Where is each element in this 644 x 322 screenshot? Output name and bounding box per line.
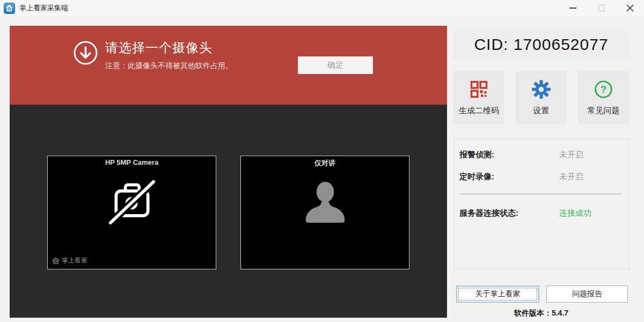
camera-stage: HP 5MP Camera 掌上看家 仅对讲 xyxy=(10,105,447,318)
down-arrow-icon xyxy=(73,40,98,65)
watermark: 掌上看家 xyxy=(52,256,87,265)
banner-text: 请选择一个摄像头 注意：此摄像头不得被其他软件占用。 xyxy=(105,39,233,71)
status-panel: 报警侦测: 未开启 定时录像: 未开启 服务器连接状态: 连接成功 xyxy=(453,138,629,269)
camera-name: 仅对讲 xyxy=(241,158,409,168)
svg-text:?: ? xyxy=(601,84,606,95)
camera-off-icon xyxy=(48,178,216,225)
action-label: 设置 xyxy=(533,106,550,116)
close-button[interactable] xyxy=(616,0,644,16)
status-row-alarm: 报警侦测: 未开启 xyxy=(459,150,622,160)
watermark-label: 掌上看家 xyxy=(62,256,87,265)
app-logo-icon xyxy=(4,3,15,14)
banner-note: 注意：此摄像头不得被其他软件占用。 xyxy=(105,61,233,71)
select-camera-banner: 请选择一个摄像头 注意：此摄像头不得被其他软件占用。 确定 xyxy=(10,26,447,105)
question-icon: ? xyxy=(594,80,613,99)
minimize-icon xyxy=(569,8,576,9)
camera-tile-hp[interactable]: HP 5MP Camera 掌上看家 xyxy=(47,156,216,269)
status-row-record: 定时录像: 未开启 xyxy=(459,172,622,182)
scheduled-record-label: 定时录像: xyxy=(459,172,559,182)
server-status-label: 服务器连接状态: xyxy=(459,208,559,218)
maximize-icon xyxy=(598,5,605,11)
status-row-server: 服务器连接状态: 连接成功 xyxy=(459,208,622,218)
scheduled-record-value: 未开启 xyxy=(559,172,583,182)
close-icon xyxy=(626,4,634,12)
camera-name: HP 5MP Camera xyxy=(48,158,216,166)
report-button[interactable]: 问题报告 xyxy=(546,286,628,303)
faq-button[interactable]: ? 常见问题 xyxy=(578,71,629,125)
main-panel: 请选择一个摄像头 注意：此摄像头不得被其他软件占用。 确定 HP 5MP Cam… xyxy=(10,26,447,318)
action-label: 常见问题 xyxy=(588,106,620,116)
gear-icon xyxy=(532,80,551,99)
version-value: 5.4.7 xyxy=(552,309,568,317)
action-buttons: 生成二维码 设置 xyxy=(453,71,629,125)
version-text: 软件版本：5.4.7 xyxy=(453,309,629,318)
maximize-button[interactable] xyxy=(587,0,616,16)
window-controls xyxy=(559,0,644,16)
title-bar: 掌上看家采集端 xyxy=(0,0,644,16)
banner-heading: 请选择一个摄像头 xyxy=(105,39,233,56)
person-icon xyxy=(241,178,409,224)
alarm-detect-value: 未开启 xyxy=(559,150,583,160)
window-title: 掌上看家采集端 xyxy=(19,3,68,13)
action-label: 生成二维码 xyxy=(459,106,499,116)
sidebar: CID: 1700652077 生成二维码 xyxy=(453,26,629,318)
confirm-button[interactable]: 确定 xyxy=(298,56,373,74)
qr-code-icon xyxy=(470,80,488,99)
minimize-button[interactable] xyxy=(559,0,587,16)
house-icon xyxy=(52,257,60,265)
status-divider xyxy=(459,194,622,194)
server-status-value: 连接成功 xyxy=(559,208,591,218)
alarm-detect-label: 报警侦测: xyxy=(459,150,559,160)
generate-qr-button[interactable]: 生成二维码 xyxy=(453,71,504,125)
about-button[interactable]: 关于掌上看家 xyxy=(456,286,539,303)
camera-tile-intercom[interactable]: 仅对讲 xyxy=(240,156,409,269)
cid-display: CID: 1700652077 xyxy=(453,31,629,58)
version-label: 软件版本： xyxy=(514,309,552,317)
settings-button[interactable]: 设置 xyxy=(516,71,567,125)
app-window: { "window": { "title": "掌上看家采集端" }, "ban… xyxy=(0,0,644,322)
